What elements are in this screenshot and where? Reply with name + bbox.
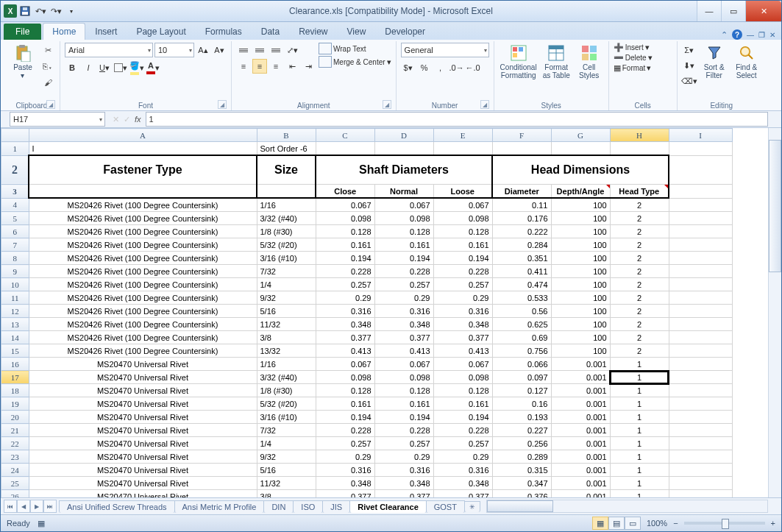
spreadsheet-grid[interactable]: ABCDEFGHI 1ISort Order -62Fastener TypeS… [1, 128, 733, 497]
help-icon[interactable]: ? [732, 29, 742, 40]
autosum-icon[interactable]: Σ▾ [682, 43, 697, 57]
minimize-button[interactable]: — [697, 1, 721, 21]
row-header[interactable]: 5 [1, 212, 29, 225]
select-all-corner[interactable] [1, 129, 29, 142]
row-header[interactable]: 10 [1, 278, 29, 291]
minimize-ribbon-icon[interactable]: ⌃ [721, 30, 728, 40]
wrap-text-icon[interactable] [319, 43, 332, 54]
cell-styles-button[interactable]: CellStyles [575, 43, 604, 81]
review-tab[interactable]: Review [289, 23, 337, 40]
row-header[interactable]: 16 [1, 358, 29, 371]
number-dialog-icon[interactable]: ◢ [480, 100, 489, 109]
bold-button[interactable]: B [65, 60, 79, 75]
zoom-slider[interactable] [684, 522, 765, 525]
align-left-icon[interactable]: ≡ [236, 59, 251, 74]
row-header[interactable]: 25 [1, 477, 29, 490]
delete-cells-button[interactable]: ➖Delete▾ [614, 53, 653, 63]
insert-tab[interactable]: Insert [85, 23, 127, 40]
align-top-icon[interactable] [236, 43, 251, 57]
align-bottom-icon[interactable] [269, 43, 283, 57]
comma-format-icon[interactable]: , [433, 60, 448, 75]
formulas-tab[interactable]: Formulas [196, 23, 252, 40]
row-header[interactable]: 6 [1, 225, 29, 238]
vertical-scrollbar[interactable] [768, 128, 781, 497]
row-header[interactable]: 17 [1, 371, 29, 384]
row-header[interactable]: 7 [1, 238, 29, 252]
view-tab[interactable]: View [338, 23, 376, 40]
home-tab[interactable]: Home [43, 23, 85, 40]
file-tab[interactable]: File [4, 24, 41, 40]
sheet-tab[interactable]: GOST [426, 500, 465, 513]
copy-icon[interactable]: ⎘▾ [40, 59, 55, 74]
row-header[interactable]: 19 [1, 397, 29, 411]
merge-center-icon[interactable] [319, 56, 332, 68]
workbook-minimize-icon[interactable]: — [747, 31, 754, 39]
decrease-font-icon[interactable]: A▾ [212, 43, 227, 57]
orientation-icon[interactable]: ⤢▾ [285, 43, 299, 57]
sheet-nav-next-icon[interactable]: ▶ [30, 500, 43, 513]
sheet-tab[interactable]: JIS [322, 500, 350, 513]
row-header[interactable]: 15 [1, 344, 29, 358]
underline-button[interactable]: U▾ [97, 60, 112, 75]
col-header-D[interactable]: D [374, 129, 433, 142]
cut-icon[interactable]: ✂ [40, 43, 55, 57]
qat-customize-icon[interactable]: ▾ [64, 4, 79, 18]
percent-format-icon[interactable]: % [417, 60, 432, 75]
col-header-F[interactable]: F [492, 129, 551, 142]
row-header[interactable]: 1 [1, 142, 29, 156]
save-icon[interactable] [18, 4, 32, 18]
sheet-nav-last-icon[interactable]: ⏭ [43, 500, 57, 513]
col-header-I[interactable]: I [669, 129, 732, 142]
zoom-in-icon[interactable]: + [771, 519, 775, 528]
border-button[interactable]: ▾ [113, 60, 128, 75]
row-header[interactable]: 4 [1, 198, 29, 212]
page-break-view-icon[interactable]: ▭ [625, 517, 641, 530]
sort-filter-button[interactable]: Sort &Filter [700, 43, 729, 81]
fill-icon[interactable]: ⬇▾ [682, 58, 697, 73]
row-header[interactable]: 13 [1, 318, 29, 331]
page-layout-view-icon[interactable]: ▤ [608, 517, 625, 530]
sheet-nav-first-icon[interactable]: ⏮ [4, 500, 17, 513]
align-center-icon[interactable]: ≡ [252, 59, 267, 74]
align-right-icon[interactable]: ≡ [269, 59, 283, 74]
enter-formula-icon[interactable]: ✓ [124, 115, 130, 124]
name-box[interactable]: H17 [10, 112, 105, 127]
sheet-tab[interactable]: Ansi Unified Screw Threads [59, 500, 175, 513]
decrease-decimal-icon[interactable]: ←.0 [466, 60, 480, 75]
formula-bar[interactable]: 1 [146, 112, 768, 127]
excel-icon[interactable]: X [4, 4, 17, 18]
font-dialog-icon[interactable]: ◢ [218, 100, 227, 109]
italic-button[interactable]: I [81, 60, 96, 75]
format-as-table-button[interactable]: Formatas Table [541, 43, 572, 81]
page-layout-tab[interactable]: Page Layout [127, 23, 195, 40]
sheet-tab[interactable]: Ansi Metric M Profile [174, 500, 265, 513]
col-header-C[interactable]: C [316, 129, 374, 142]
row-header[interactable]: 26 [1, 490, 29, 498]
accounting-format-icon[interactable]: $▾ [401, 60, 416, 75]
sheet-tab[interactable]: DIN [263, 500, 294, 513]
col-header-E[interactable]: E [433, 129, 492, 142]
close-button[interactable]: ✕ [745, 1, 781, 21]
row-header[interactable]: 24 [1, 464, 29, 477]
undo-icon[interactable]: ↶▾ [33, 4, 48, 18]
macro-record-icon[interactable]: ▦ [38, 519, 45, 528]
number-format-combo[interactable]: General [401, 43, 489, 57]
row-header[interactable]: 9 [1, 265, 29, 278]
align-middle-icon[interactable] [252, 43, 267, 57]
col-header-G[interactable]: G [551, 129, 610, 142]
workbook-restore-icon[interactable]: ❐ [758, 31, 765, 39]
font-color-button[interactable]: A▾ [146, 60, 160, 75]
paste-button[interactable]: Paste▾ [8, 43, 38, 81]
horizontal-scrollbar[interactable] [486, 500, 768, 513]
cancel-formula-icon[interactable]: ✕ [113, 115, 119, 124]
row-header[interactable]: 12 [1, 305, 29, 318]
increase-decimal-icon[interactable]: .0→ [449, 60, 464, 75]
row-header[interactable]: 3 [1, 185, 29, 199]
workbook-close-icon[interactable]: ✕ [769, 31, 775, 39]
clear-icon[interactable]: ⌫▾ [682, 74, 697, 88]
row-header[interactable]: 14 [1, 331, 29, 344]
developer-tab[interactable]: Developer [375, 23, 435, 40]
row-header[interactable]: 20 [1, 411, 29, 424]
row-header[interactable]: 11 [1, 291, 29, 305]
increase-indent-icon[interactable]: ⇥ [301, 59, 316, 74]
